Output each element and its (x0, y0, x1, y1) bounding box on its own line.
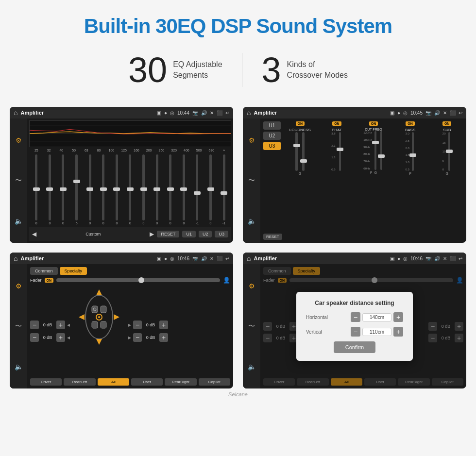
db-minus-left-2[interactable]: − (30, 333, 39, 342)
tab-common-3[interactable]: Common (30, 267, 58, 275)
btn-driver[interactable]: Driver (30, 378, 62, 386)
xover-u3-btn[interactable]: U3 (263, 142, 281, 150)
u2-btn-1[interactable]: U2 (199, 231, 212, 237)
fader-slider-3[interactable] (56, 278, 220, 282)
bass-label: BASS (405, 128, 415, 132)
cutfreq-sliders: 120Hz100Hz90Hz80Hz70Hz60Hz (363, 131, 383, 170)
vertical-plus-btn[interactable]: + (393, 327, 403, 337)
xover-spk-icon[interactable]: 🔈 (248, 217, 256, 225)
home-icon-3[interactable]: ⌂ (14, 254, 17, 262)
close-icon-2[interactable]: ✕ (443, 110, 447, 116)
stat-crossover: 3 Kinds of Crossover Modes (262, 52, 348, 87)
reset-btn-2[interactable]: RESET (263, 234, 282, 240)
speaker-icon[interactable]: 🔈 (15, 217, 23, 225)
eq-slider-7[interactable]: 0 (124, 154, 136, 225)
back-icon-3[interactable]: ↩ (225, 256, 229, 261)
bass-on-badge[interactable]: ON (406, 121, 415, 126)
eq-slider-4[interactable]: 0 (84, 154, 96, 225)
eq-slider-2[interactable]: 0 (57, 154, 69, 225)
back-icon-2[interactable]: ↩ (459, 110, 462, 116)
expand-icon[interactable]: » (218, 149, 230, 152)
eq-slider-9[interactable]: 0 (151, 154, 163, 225)
db-plus-right-2[interactable]: + (159, 333, 168, 342)
eq-slider-12[interactable]: -1 (191, 154, 204, 225)
spk-body: ⚙ 〜 🔈 Common Specialty Fader ON 👤 (10, 264, 233, 388)
vertical-minus-btn[interactable]: − (351, 327, 360, 337)
fader-on-badge[interactable]: ON (45, 278, 54, 283)
eq-slider-13[interactable]: 0 (204, 154, 217, 225)
db-minus-right-1[interactable]: − (133, 321, 142, 329)
freq-label-14: 630 (205, 149, 218, 152)
home-icon-1[interactable]: ⌂ (14, 109, 17, 117)
eq-slider-14[interactable]: -1 (218, 154, 230, 225)
btn-rearleft[interactable]: RearLeft (64, 378, 95, 386)
eq-slider-3[interactable]: 5 (70, 154, 83, 225)
eq-slider-0[interactable]: 0 (30, 154, 43, 225)
tab-specialty-3[interactable]: Specialty (60, 267, 87, 275)
eq-slider-11[interactable]: 0 (178, 154, 190, 225)
db-plus-right-1[interactable]: + (159, 321, 168, 329)
u3-btn-1[interactable]: U3 (215, 231, 228, 237)
close-icon-4[interactable]: ✕ (443, 256, 447, 261)
xover-u2-btn[interactable]: U2 (263, 132, 281, 140)
xover-channels: ON LOUDNESS G (284, 121, 463, 175)
back-icon-1[interactable]: ↩ (225, 110, 229, 116)
eq-slider-1[interactable]: 0 (44, 154, 56, 225)
car-diagram (75, 286, 123, 344)
db-val-right-2: 0 dB (144, 335, 157, 340)
btn-all[interactable]: All (98, 378, 129, 386)
loudness-on-badge[interactable]: ON (296, 121, 305, 126)
db-plus-left-1[interactable]: + (56, 321, 65, 329)
eq-next-btn[interactable]: ▶ (150, 231, 154, 237)
freq-label-3: 50 (68, 149, 80, 152)
home-icon-2[interactable]: ⌂ (247, 109, 251, 117)
horizontal-plus-btn[interactable]: + (393, 312, 403, 322)
window-icon-4[interactable]: ⬛ (450, 256, 456, 261)
eq-sliders-row: 0 0 0 5 0 (29, 153, 231, 226)
bass-sliders: 3.02.52.01.51.00.5 (405, 132, 415, 171)
xover-eq-icon[interactable]: ⚙ (249, 136, 255, 144)
back-icon-4[interactable]: ↩ (459, 256, 462, 261)
btn-rearright[interactable]: RearRight (165, 378, 196, 386)
spk-eq-icon[interactable]: ⚙ (16, 282, 22, 290)
horizontal-minus-btn[interactable]: − (351, 312, 360, 322)
confirm-button[interactable]: Confirm (334, 341, 376, 353)
btn-copilot[interactable]: Copilot (199, 378, 230, 386)
spk-wave-icon[interactable]: 〜 (15, 322, 22, 331)
screen4-title: Amplifier (254, 255, 387, 261)
db-plus-left-2[interactable]: + (56, 333, 65, 342)
spk-spk-icon[interactable]: 🔈 (15, 363, 23, 371)
close-icon-3[interactable]: ✕ (210, 256, 214, 261)
sub-on-badge[interactable]: ON (442, 121, 452, 126)
window-icon-1[interactable]: ⬛ (217, 110, 222, 116)
window-icon-3[interactable]: ⬛ (217, 256, 222, 261)
eq-slider-6[interactable]: 0 (111, 154, 123, 225)
camera-icon-3: 📷 (192, 256, 198, 261)
reset-btn-1[interactable]: RESET (157, 231, 179, 237)
home-icon-4[interactable]: ⌂ (247, 254, 251, 262)
eq-slider-5[interactable]: 0 (97, 154, 110, 225)
wave-icon[interactable]: 〜 (15, 176, 22, 185)
dot-icon-2: ● (397, 110, 400, 116)
speaker-left-1: ◂ (67, 321, 70, 328)
eq-prev-btn[interactable]: ◀ (32, 231, 36, 237)
db-minus-right-2[interactable]: − (133, 333, 142, 342)
phat-sliders: 3.82.11.30.5 (331, 132, 342, 171)
xover-wave-icon[interactable]: 〜 (248, 176, 255, 185)
xover-ch-phat: ON PHAT 3.82.11.30.5 (321, 121, 354, 175)
btn-user[interactable]: User (131, 378, 163, 386)
xover-u1-btn[interactable]: U1 (263, 121, 281, 130)
eq-slider-10[interactable]: 0 (164, 154, 177, 225)
eq-icon[interactable]: ⚙ (16, 136, 22, 144)
close-icon-1[interactable]: ✕ (210, 110, 214, 116)
vertical-value-box: − + (351, 327, 403, 337)
db-minus-left-1[interactable]: − (30, 321, 39, 329)
cutfreq-on-badge[interactable]: ON (369, 121, 378, 126)
phat-on-badge[interactable]: ON (332, 121, 341, 126)
freq-label-7: 125 (118, 149, 130, 152)
u1-btn-1[interactable]: U1 (182, 231, 196, 237)
window-icon-2[interactable]: ⬛ (450, 110, 456, 116)
vertical-input[interactable] (362, 328, 391, 336)
eq-slider-8[interactable]: 0 (137, 154, 150, 225)
horizontal-input[interactable] (362, 313, 391, 321)
